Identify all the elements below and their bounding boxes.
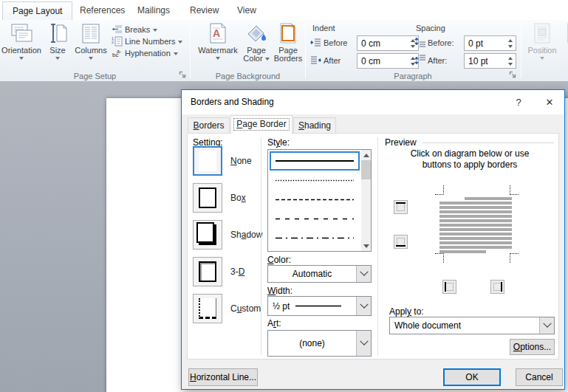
page-setup-dialog-launcher-icon[interactable] bbox=[179, 71, 187, 79]
tab-page-layout[interactable]: Page Layout bbox=[2, 1, 72, 20]
tab-borders[interactable]: Borders bbox=[188, 117, 230, 133]
preview-text-bar bbox=[439, 246, 512, 249]
scroll-down-icon[interactable] bbox=[361, 241, 371, 251]
preview-instruction-line1: Click on diagram below or use bbox=[411, 148, 530, 159]
spacing-after-value: 10 pt bbox=[468, 56, 488, 66]
dropdown-button[interactable] bbox=[356, 331, 371, 356]
orientation-icon bbox=[10, 21, 33, 45]
style-option-dashed-fine[interactable] bbox=[270, 190, 360, 209]
chevron-down-icon bbox=[543, 320, 551, 328]
spacing-before-field[interactable]: 0 pt bbox=[464, 35, 516, 51]
borders-shading-dialog: Borders and Shading ? ✕ Borders Page Bor… bbox=[181, 89, 565, 390]
art-label: Art: bbox=[267, 318, 281, 329]
tab-mailings[interactable]: Mailings bbox=[128, 1, 179, 20]
tab-review[interactable]: Review bbox=[180, 1, 228, 20]
hyphenation-button[interactable]: bc a- Hyphenation bbox=[112, 47, 178, 59]
spacing-after-spinner[interactable] bbox=[505, 54, 516, 68]
art-dropdown[interactable]: (none) bbox=[267, 330, 372, 357]
size-button[interactable]: Size bbox=[44, 21, 72, 69]
breaks-icon bbox=[112, 24, 123, 35]
page-border-tab-panel: Setting: None Box Shadow 3-D Custom bbox=[187, 133, 559, 360]
spacing-before-spinner[interactable] bbox=[505, 36, 516, 50]
dropdown-button[interactable] bbox=[356, 266, 371, 282]
style-options bbox=[268, 150, 361, 251]
line-numbers-icon: 1 2 bbox=[112, 36, 123, 47]
width-value: ½ pt bbox=[273, 301, 290, 312]
page-color-label-line2: Color bbox=[243, 54, 262, 63]
page-borders-label-line2: Borders bbox=[274, 54, 303, 63]
bottom-border-button[interactable] bbox=[394, 235, 408, 249]
style-option-dotted[interactable] bbox=[270, 171, 360, 190]
svg-text:A: A bbox=[213, 27, 220, 39]
preview-text-bars[interactable] bbox=[439, 197, 512, 255]
apply-to-dropdown[interactable]: Whole document bbox=[389, 317, 555, 334]
spacing-before-label: Before: bbox=[428, 38, 454, 47]
style-scrollbar[interactable] bbox=[361, 150, 371, 251]
chevron-down-icon bbox=[360, 268, 368, 276]
chevron-down-icon bbox=[19, 57, 24, 60]
preview-text-bar bbox=[439, 215, 512, 218]
page-borders-button[interactable]: Page Borders bbox=[272, 21, 304, 69]
tab-view[interactable]: View bbox=[227, 1, 266, 20]
indent-before-label: Before bbox=[324, 38, 347, 47]
dropdown-button[interactable] bbox=[356, 297, 371, 315]
wrap-text-button-cutoff[interactable]: W Te bbox=[561, 21, 568, 69]
spin-up-icon[interactable] bbox=[508, 39, 513, 42]
columns-label: Columns bbox=[75, 47, 106, 55]
spin-down-icon[interactable] bbox=[508, 45, 513, 48]
line-numbers-button[interactable]: 1 2 Line Numbers bbox=[112, 35, 182, 47]
indent-before-field[interactable]: 0 cm bbox=[357, 35, 419, 51]
options-button[interactable]: Options... bbox=[510, 339, 555, 355]
ribbon-tab-bar: Page Layout References Mailings Review V… bbox=[0, 0, 568, 20]
spin-down-icon[interactable] bbox=[508, 63, 513, 66]
tab-shading[interactable]: Shading bbox=[293, 117, 336, 133]
columns-button[interactable]: Columns bbox=[72, 21, 109, 69]
spacing-before-value: 0 pt bbox=[468, 38, 483, 49]
ribbon: Page Layout References Mailings Review V… bbox=[0, 0, 568, 81]
top-border-icon bbox=[397, 203, 405, 211]
color-label: Color: bbox=[267, 255, 291, 265]
spacing-after-field[interactable]: 10 pt bbox=[464, 53, 516, 69]
tab-page-border[interactable]: Page Border bbox=[230, 115, 292, 134]
style-option-solid[interactable] bbox=[270, 151, 360, 171]
top-border-button[interactable] bbox=[394, 200, 408, 214]
chevron-down-icon bbox=[178, 41, 182, 44]
preview-corner-mark bbox=[510, 185, 519, 195]
close-icon[interactable]: ✕ bbox=[535, 90, 564, 114]
color-dropdown[interactable]: Automatic bbox=[267, 265, 372, 283]
art-value: (none) bbox=[268, 331, 356, 356]
scroll-up-icon[interactable] bbox=[361, 150, 371, 160]
orientation-button[interactable]: Orientation bbox=[0, 21, 43, 69]
chevron-down-icon bbox=[174, 52, 178, 55]
tab-references[interactable]: References bbox=[70, 1, 134, 20]
page-color-button[interactable]: Page Color bbox=[241, 21, 272, 69]
dialog-titlebar[interactable]: Borders and Shading ? ✕ bbox=[182, 90, 564, 114]
watermark-button[interactable]: A Watermark bbox=[195, 21, 241, 69]
width-dropdown[interactable]: ½ pt bbox=[267, 296, 372, 316]
right-border-button[interactable] bbox=[490, 280, 504, 294]
help-icon[interactable]: ? bbox=[504, 90, 533, 114]
page-borders-icon bbox=[276, 21, 300, 45]
spin-up-icon[interactable] bbox=[508, 57, 513, 60]
cancel-button[interactable]: Cancel bbox=[516, 368, 563, 386]
group-page-setup: Orientation Size bbox=[0, 20, 190, 81]
setting-custom-icon bbox=[193, 294, 222, 323]
ribbon-body: Orientation Size bbox=[0, 20, 568, 81]
preview-text-bar bbox=[439, 250, 486, 253]
setting-box-icon bbox=[193, 183, 222, 213]
chevron-down-icon bbox=[89, 57, 93, 60]
horizontal-line-button[interactable]: Horizontal Line... bbox=[188, 368, 258, 386]
breaks-button[interactable]: Breaks bbox=[112, 24, 157, 35]
dropdown-button[interactable] bbox=[539, 317, 554, 334]
ok-button[interactable]: OK bbox=[443, 368, 501, 386]
left-border-button[interactable] bbox=[442, 280, 456, 294]
style-listbox[interactable] bbox=[267, 149, 372, 252]
style-option-dash-dot[interactable] bbox=[270, 228, 360, 247]
width-line-sample bbox=[295, 305, 341, 307]
indent-after-field[interactable]: 0 cm bbox=[357, 53, 419, 69]
watermark-icon: A bbox=[206, 21, 230, 45]
preview-label: Preview bbox=[385, 137, 417, 148]
style-option-dashed[interactable] bbox=[270, 209, 360, 228]
paragraph-dialog-launcher-icon[interactable] bbox=[509, 71, 517, 79]
scrollbar-thumb[interactable] bbox=[361, 160, 371, 179]
